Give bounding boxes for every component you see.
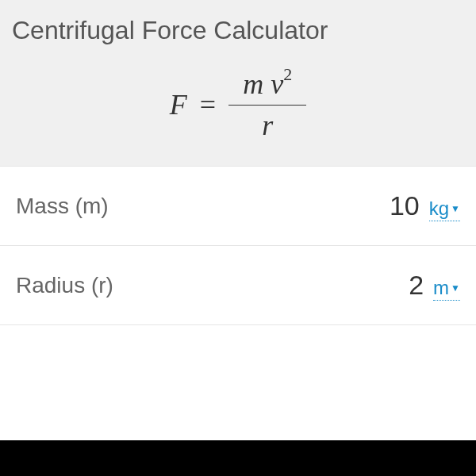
chevron-down-icon: ▼ (451, 203, 460, 214)
formula-display: F = m v2 r (12, 67, 464, 142)
input-row-mass: Mass (m) 10 kg ▼ (0, 167, 476, 246)
formula-numerator: m v2 (228, 67, 306, 106)
page-title: Centrifugal Force Calculator (12, 16, 464, 45)
input-row-radius: Radius (r) 2 m ▼ (0, 246, 476, 325)
radius-label: Radius (r) (16, 273, 113, 298)
mass-value-group: 10 kg ▼ (390, 190, 460, 221)
mass-unit-selector[interactable]: kg ▼ (429, 198, 460, 221)
mass-input[interactable]: 10 (390, 190, 420, 221)
radius-unit-label: m (433, 277, 449, 299)
formula-exponent: 2 (283, 64, 292, 84)
mass-label: Mass (m) (16, 194, 109, 219)
formula-mass-var: m (243, 68, 263, 100)
header-section: Centrifugal Force Calculator F = m v2 r (0, 0, 476, 167)
formula-equals-sign: = (200, 88, 216, 121)
chevron-down-icon: ▼ (451, 282, 460, 294)
radius-input[interactable]: 2 (409, 270, 424, 301)
formula-result-variable: F (170, 88, 187, 121)
formula-denominator: r (262, 106, 273, 142)
formula-velocity-var: v (271, 68, 283, 100)
calculator-container: Centrifugal Force Calculator F = m v2 r … (0, 0, 476, 440)
radius-unit-selector[interactable]: m ▼ (433, 277, 460, 301)
mass-unit-label: kg (429, 198, 449, 220)
formula-fraction: m v2 r (228, 67, 306, 142)
radius-value-group: 2 m ▼ (409, 270, 460, 301)
